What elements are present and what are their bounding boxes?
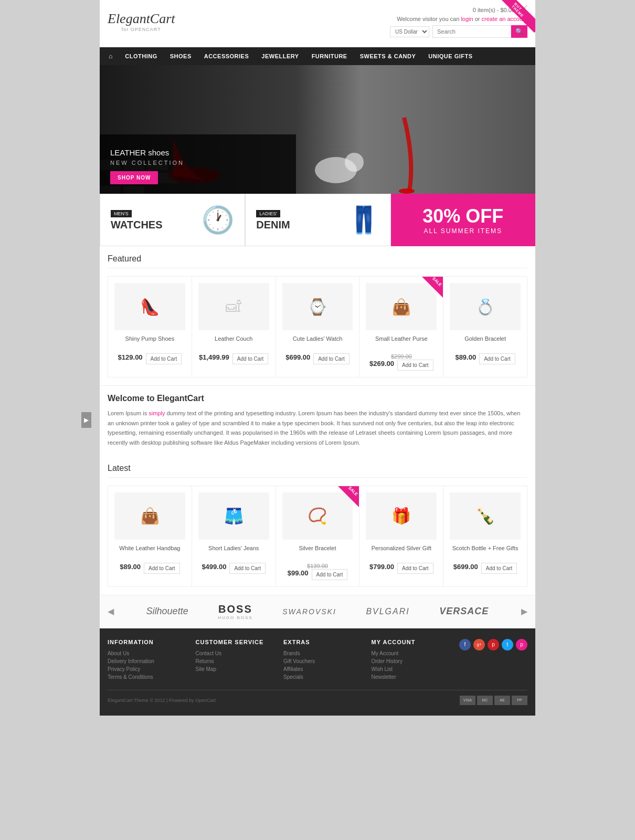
add-to-cart-1[interactable]: Add to Cart	[146, 353, 182, 364]
promo-denim-label: LADIES'	[256, 210, 280, 217]
latest-name-5: Scotch Bottle + Free Gifts	[450, 545, 521, 560]
promo-denim[interactable]: LADIES' DENIM 👖	[245, 194, 390, 246]
featured-product-2: 🛋 Leather Couch $1,499.99 Add to Cart	[192, 276, 276, 377]
hero-title: LEATHER shoes	[110, 144, 285, 158]
product-name-4: Small Leather Purse	[366, 335, 437, 350]
footer-col-service: CUSTOMER SERVICE Contact Us Returns Site…	[196, 639, 273, 682]
add-to-cart-3[interactable]: Add to Cart	[313, 353, 350, 364]
latest-product-5: 🍾 Scotch Bottle + Free Gifts $699.00 Add…	[443, 486, 527, 587]
brand-boss[interactable]: BOSS HUGO BOSS	[218, 603, 252, 620]
logo-sub: for OPENCART	[108, 27, 175, 32]
side-nav-arrow[interactable]: ▶	[81, 412, 91, 428]
social-pinterest[interactable]: p	[488, 639, 499, 650]
brands-row: ◀ Silhouette BOSS HUGO BOSS SWAROVSKI BV…	[100, 595, 535, 628]
denim-icon: 👖	[347, 205, 380, 235]
footer-bottom: ElegantCart Theme © 2012 | Powered by Op…	[108, 690, 527, 705]
currency-select[interactable]: US Dollar	[390, 26, 429, 37]
footer-specials[interactable]: Specials	[283, 674, 361, 680]
product-old-price-4: $299.00	[366, 353, 437, 360]
latest-product-1: 👜 White Leather Handbag $89.00 Add to Ca…	[108, 486, 192, 587]
footer-affiliates[interactable]: Affiliates	[283, 666, 361, 672]
promo-discount-subtitle: ALL SUMMER ITEMS	[424, 227, 503, 235]
footer-col-extras: EXTRAS Brands Gift Vouchers Affiliates S…	[283, 639, 361, 682]
hero-cta-button[interactable]: SHOP NOW	[110, 171, 158, 184]
hero-banner: LEATHER shoes NEW COLLECTION SHOP NOW	[100, 65, 535, 194]
nav-accessories[interactable]: ACCESSORIES	[198, 48, 256, 65]
nav-shoes[interactable]: SHOES	[164, 48, 198, 65]
hero-subtitle: NEW COLLECTION	[110, 160, 285, 166]
footer-extras-title: EXTRAS	[283, 639, 361, 645]
nav-sweets[interactable]: SWEETS & CANDY	[354, 48, 422, 65]
nav-gifts[interactable]: UNIQUE GIFTS	[422, 48, 479, 65]
promo-discount[interactable]: 30% OFF ALL SUMMER ITEMS	[391, 194, 535, 246]
footer-returns[interactable]: Returns	[196, 658, 273, 664]
footer-account-title: MY ACCOUNT	[372, 639, 449, 645]
latest-img-5: 🍾	[450, 492, 521, 540]
social-icons: f g+ p t p	[459, 639, 527, 650]
nav-home[interactable]: ⌂	[102, 47, 119, 65]
svg-point-10	[399, 188, 415, 194]
footer-contact[interactable]: Contact Us	[196, 650, 273, 656]
latest-price-5: $699.00	[453, 563, 478, 571]
social-email[interactable]: p	[516, 639, 527, 650]
social-twitter[interactable]: t	[502, 639, 513, 650]
latest-add-5[interactable]: Add to Cart	[481, 563, 517, 574]
promo-watches[interactable]: MEN'S WATCHES 🕐	[100, 194, 245, 246]
footer-gift-vouchers[interactable]: Gift Vouchers	[283, 658, 361, 664]
brands-next-button[interactable]: ▶	[518, 604, 530, 619]
add-to-cart-5[interactable]: Add to Cart	[479, 353, 515, 364]
social-googleplus[interactable]: g+	[473, 639, 485, 650]
footer-delivery[interactable]: Delivery Information	[108, 658, 185, 664]
footer-info-title: INFORMATION	[108, 639, 185, 645]
brands-prev-button[interactable]: ◀	[105, 604, 117, 619]
brand-bvlgari[interactable]: BVLGARI	[366, 607, 409, 616]
nav-jewellery[interactable]: JEWELLERY	[255, 48, 305, 65]
footer-newsletter[interactable]: Newsletter	[372, 674, 449, 680]
latest-price-2: $499.00	[202, 563, 226, 571]
footer-sitemap[interactable]: Site Map	[196, 666, 273, 672]
login-link[interactable]: login	[461, 16, 473, 22]
product-price-3: $699.00	[285, 353, 310, 361]
footer-about[interactable]: About Us	[108, 650, 185, 656]
brand-silhouette[interactable]: Silhouette	[146, 606, 188, 617]
latest-add-1[interactable]: Add to Cart	[144, 563, 180, 574]
product-name-3: Cute Ladies' Watch	[282, 335, 353, 350]
latest-add-4[interactable]: Add to Cart	[397, 563, 433, 574]
latest-add-3[interactable]: Add to Cart	[312, 569, 348, 580]
featured-product-5: 💍 Golden Bracelet $89.00 Add to Cart	[443, 276, 527, 377]
latest-old-price-3: $139.00	[282, 563, 353, 569]
latest-img-2: 🩳	[198, 492, 269, 540]
footer-my-account[interactable]: My Account	[372, 650, 449, 656]
hero-text-block: LEATHER shoes NEW COLLECTION SHOP NOW	[100, 134, 296, 194]
product-name-5: Golden Bracelet	[450, 335, 521, 350]
featured-product-4: SALE 👜 Small Leather Purse $299.00 $269.…	[359, 276, 443, 377]
brand-swarovski[interactable]: SWAROVSKI	[282, 607, 336, 616]
logo-name: ElegantCart	[108, 11, 175, 27]
main-nav: ⌂ CLOTHING SHOES ACCESSORIES JEWELLERY F…	[100, 47, 535, 65]
promo-discount-percent: 30% OFF	[422, 205, 503, 227]
payment-ae: AE	[494, 696, 510, 705]
nav-clothing[interactable]: CLOTHING	[119, 48, 163, 65]
latest-name-1: White Leather Handbag	[114, 545, 185, 560]
latest-img-4: 🎁	[366, 492, 437, 540]
latest-add-2[interactable]: Add to Cart	[229, 563, 266, 574]
footer-privacy[interactable]: Privacy Policy	[108, 666, 185, 672]
buy-theme-ribbon[interactable]: BUY THEME	[502, 0, 535, 33]
latest-section: Latest 👜 White Leather Handbag $89.00 Ad…	[100, 456, 535, 595]
product-price-1: $129.00	[118, 353, 143, 361]
logo[interactable]: ElegantCart for OPENCART	[108, 11, 175, 32]
footer-brands[interactable]: Brands	[283, 650, 361, 656]
nav-furniture[interactable]: FURNITURE	[305, 48, 354, 65]
footer-terms[interactable]: Terms & Conditions	[108, 674, 185, 680]
latest-title: Latest	[108, 464, 527, 478]
latest-img-1: 👜	[114, 492, 185, 540]
latest-price-3: $99.00	[288, 569, 309, 577]
add-to-cart-4[interactable]: Add to Cart	[397, 360, 433, 371]
footer-wish-list[interactable]: Wish List	[372, 666, 449, 672]
add-to-cart-2[interactable]: Add to Cart	[232, 353, 269, 364]
brand-versace[interactable]: VERSACE	[439, 606, 489, 617]
social-facebook[interactable]: f	[459, 639, 471, 650]
footer-order-history[interactable]: Order History	[372, 658, 449, 664]
footer-col-information: INFORMATION About Us Delivery Informatio…	[108, 639, 185, 682]
latest-products-grid: 👜 White Leather Handbag $89.00 Add to Ca…	[108, 486, 527, 587]
